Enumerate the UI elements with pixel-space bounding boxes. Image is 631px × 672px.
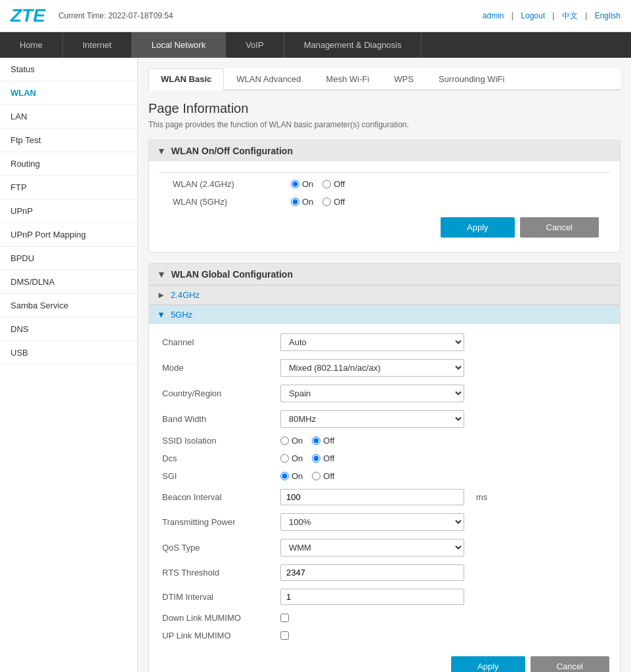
global-btn-row: Apply Cancel: [149, 650, 620, 672]
qos-control: WMMNone: [280, 539, 464, 556]
rts-input[interactable]: [280, 564, 464, 581]
onoff-btn-row: Apply Cancel: [160, 211, 609, 244]
sidebar-item-lan[interactable]: LAN: [0, 105, 137, 129]
dtim-input[interactable]: [280, 589, 464, 605]
wlan-24-on-label: On: [302, 179, 313, 189]
wlan-24-on-radio[interactable]: [291, 180, 299, 188]
arrow-24ghz: ►: [157, 290, 165, 300]
wlan-5-on-option[interactable]: On: [291, 197, 313, 207]
dcs-on-radio[interactable]: [280, 454, 289, 463]
sgi-on-radio[interactable]: [280, 472, 289, 480]
tab-wlan-advanced[interactable]: WLAN Advanced: [224, 68, 313, 91]
header-links: admin | Logout | 中文 | English: [477, 10, 620, 22]
wlan-5-off-label: Off: [334, 197, 345, 207]
wlan-5-row: WLAN (5GHz) On Off: [160, 193, 609, 211]
bandwidth-control: 20MHz40MHz80MHz160MHz: [280, 410, 464, 428]
tab-bar: WLAN Basic WLAN Advanced Mesh Wi-Fi WPS …: [148, 68, 620, 91]
beacon-suffix: ms: [476, 492, 487, 502]
sidebar-item-upnp[interactable]: UPnP: [0, 200, 137, 223]
country-control: Spain GermanyFranceItalyUKUSA: [280, 385, 464, 402]
sidebar-item-ftp[interactable]: FTP: [0, 176, 137, 200]
nav-internet[interactable]: Internet: [63, 32, 132, 58]
nav-home[interactable]: Home: [0, 32, 63, 58]
subsection-5ghz-label: 5GHz: [171, 310, 192, 320]
sgi-off-radio[interactable]: [312, 472, 320, 480]
onoff-apply-button[interactable]: Apply: [441, 217, 515, 238]
sidebar-item-dns[interactable]: DNS: [0, 318, 137, 341]
sidebar-item-status[interactable]: Status: [0, 58, 137, 81]
wlan-onoff-section: ▼ WLAN On/Off Configuration WLAN (2.4GHz…: [148, 140, 620, 253]
beacon-input[interactable]: [280, 489, 464, 505]
nav-voip[interactable]: VoIP: [226, 32, 284, 58]
mode-control: Mixed (802.11a/n/ac/ax) 802.11a802.11n80…: [280, 359, 464, 377]
channel-select[interactable]: Auto 1234 5678 910111213: [280, 333, 464, 351]
nav-management[interactable]: Management & Diagnosis: [284, 32, 422, 58]
sgi-off-option[interactable]: Off: [312, 471, 334, 481]
subsection-5ghz-header[interactable]: ▼ 5GHz: [149, 304, 620, 324]
admin-link[interactable]: admin: [483, 11, 504, 20]
tx-power-select[interactable]: 100%75%50%25%: [280, 513, 464, 531]
lang-en-link[interactable]: English: [595, 11, 620, 20]
sidebar-item-samba[interactable]: Samba Service: [0, 294, 137, 318]
arrow-5ghz: ▼: [157, 310, 165, 320]
dcs-off-option[interactable]: Off: [312, 453, 334, 463]
dcs-on-option[interactable]: On: [280, 453, 303, 463]
global-cancel-button[interactable]: Cancel: [531, 656, 609, 672]
ssid-isolation-off-radio[interactable]: [312, 436, 320, 445]
5ghz-fields: Channel Auto 1234 5678 910111213 M: [149, 324, 620, 650]
wlan-onoff-content: WLAN (2.4GHz) On Off WLAN (5GHz: [149, 161, 620, 252]
sidebar-item-upnp-port-mapping[interactable]: UPnP Port Mapping: [0, 223, 137, 247]
country-select[interactable]: Spain GermanyFranceItalyUKUSA: [280, 385, 464, 402]
ssid-on-option[interactable]: On: [280, 436, 303, 446]
tab-mesh-wifi[interactable]: Mesh Wi-Fi: [314, 68, 382, 91]
wlan-5-on-radio[interactable]: [291, 198, 299, 206]
sidebar-item-wlan[interactable]: WLAN: [0, 81, 137, 105]
ssid-isolation-radio-group: On Off: [280, 436, 334, 446]
uplink-mumimo-checkbox[interactable]: [280, 631, 289, 640]
qos-select[interactable]: WMMNone: [280, 539, 464, 556]
sidebar-item-bpdu[interactable]: BPDU: [0, 247, 137, 270]
wlan-24-off-radio[interactable]: [322, 180, 331, 188]
wlan-5-off-option[interactable]: Off: [322, 197, 345, 207]
sidebar-item-usb[interactable]: USB: [0, 341, 137, 365]
wlan-24-label: WLAN (2.4GHz): [173, 179, 291, 189]
page-title: Page Information: [148, 101, 620, 116]
uplink-mumimo-row: UP Link MUMIMO: [149, 627, 620, 644]
tx-power-row: Transmitting Power 100%75%50%25%: [149, 509, 620, 535]
nav-local-network[interactable]: Local Network: [132, 32, 226, 58]
wlan-5-off-radio[interactable]: [322, 198, 331, 206]
subsection-24ghz-header[interactable]: ► 2.4GHz: [149, 285, 620, 304]
mode-select[interactable]: Mixed (802.11a/n/ac/ax) 802.11a802.11n80…: [280, 359, 464, 377]
tx-power-control: 100%75%50%25%: [280, 513, 464, 531]
wlan-24-off-option[interactable]: Off: [322, 179, 345, 189]
wlan-onoff-header[interactable]: ▼ WLAN On/Off Configuration: [149, 140, 620, 161]
ssid-isolation-on-radio[interactable]: [280, 436, 289, 445]
sidebar-item-ftp-test[interactable]: Ftp Test: [0, 129, 137, 152]
logout-link[interactable]: Logout: [521, 11, 545, 20]
channel-row: Channel Auto 1234 5678 910111213: [149, 329, 620, 355]
dcs-radio-group: On Off: [280, 453, 334, 463]
tab-surrounding-wifi[interactable]: Surrounding WiFi: [426, 68, 517, 91]
tab-wps[interactable]: WPS: [381, 68, 426, 91]
wlan-global-header[interactable]: ▼ WLAN Global Configuration: [149, 264, 620, 285]
sidebar-item-dms-dlna[interactable]: DMS/DLNA: [0, 270, 137, 294]
downlink-mumimo-checkbox[interactable]: [280, 614, 289, 622]
sgi-row: SGI On Off: [149, 467, 620, 485]
dcs-off-label: Off: [323, 453, 334, 463]
wlan-24-off-label: Off: [334, 179, 345, 189]
lang-cn-link[interactable]: 中文: [562, 11, 578, 20]
bandwidth-select[interactable]: 20MHz40MHz80MHz160MHz: [280, 410, 464, 428]
sidebar-item-routing[interactable]: Routing: [0, 152, 137, 176]
dcs-label: Dcs: [162, 453, 280, 463]
global-apply-button[interactable]: Apply: [451, 656, 525, 672]
country-row: Country/Region Spain GermanyFranceItalyU…: [149, 381, 620, 406]
tab-wlan-basic[interactable]: WLAN Basic: [148, 68, 224, 91]
dtim-row: DTIM Interval: [149, 585, 620, 609]
wlan-24-on-option[interactable]: On: [291, 179, 313, 189]
onoff-cancel-button[interactable]: Cancel: [520, 217, 599, 238]
downlink-mumimo-control: [280, 614, 289, 622]
qos-label: QoS Type: [162, 543, 280, 553]
ssid-off-option[interactable]: Off: [312, 436, 334, 446]
dcs-off-radio[interactable]: [312, 454, 320, 463]
sgi-on-option[interactable]: On: [280, 471, 303, 481]
